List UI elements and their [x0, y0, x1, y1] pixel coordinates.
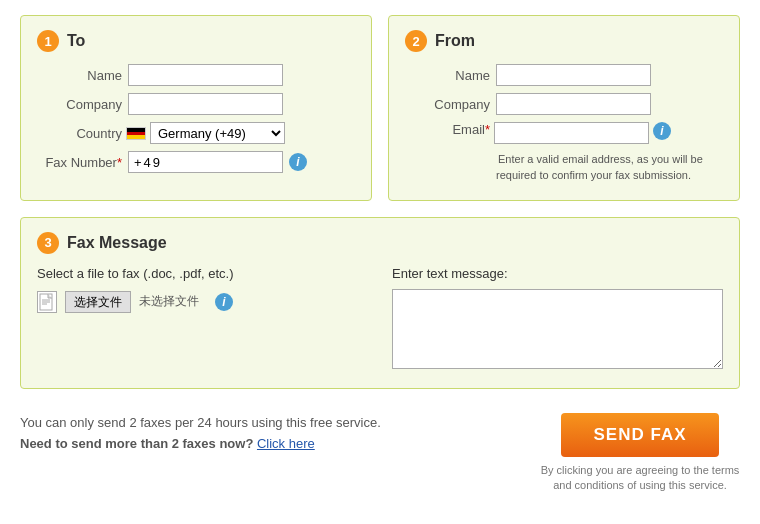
- from-section: 2 From Name Company Email i Enter a vali…: [388, 15, 740, 201]
- from-email-input[interactable]: [494, 122, 649, 144]
- to-section-title: To: [67, 32, 85, 50]
- to-company-row: Company: [37, 93, 355, 115]
- file-upload-row: 选择文件 未选择文件 i: [37, 291, 368, 313]
- from-section-number: 2: [405, 30, 427, 52]
- to-name-row: Name: [37, 64, 355, 86]
- from-name-input[interactable]: [496, 64, 651, 86]
- to-fax-label: Fax Number: [37, 155, 122, 170]
- to-company-input[interactable]: [128, 93, 283, 115]
- click-here-link[interactable]: Click here: [257, 436, 315, 451]
- from-company-label: Company: [405, 97, 490, 112]
- file-upload-label: Select a file to fax (.doc, .pdf, etc.): [37, 266, 368, 281]
- bottom-info: You can only send 2 faxes per 24 hours u…: [20, 413, 381, 455]
- email-info-text: Enter a valid email address, as you will…: [496, 151, 723, 184]
- from-company-input[interactable]: [496, 93, 651, 115]
- email-info-message: Enter a valid email address, as you will…: [496, 153, 703, 181]
- text-message-textarea[interactable]: [392, 289, 723, 369]
- no-file-text: 未选择文件: [139, 293, 199, 310]
- from-section-header: 2 From: [405, 30, 723, 52]
- fax-message-section: 3 Fax Message Select a file to fax (.doc…: [20, 217, 740, 389]
- to-fax-row: Fax Number i: [37, 151, 355, 173]
- to-company-label: Company: [37, 97, 122, 112]
- to-fax-input[interactable]: [128, 151, 283, 173]
- from-name-row: Name: [405, 64, 723, 86]
- text-message-label: Enter text message:: [392, 266, 723, 281]
- info-line-1: You can only send 2 faxes per 24 hours u…: [20, 413, 381, 434]
- from-section-title: From: [435, 32, 475, 50]
- terms-text: By clicking you are agreeing to the term…: [540, 463, 740, 494]
- fax-message-body: Select a file to fax (.doc, .pdf, etc.) …: [37, 266, 723, 372]
- send-fax-button[interactable]: SEND FAX: [561, 413, 718, 457]
- send-fax-area: SEND FAX By clicking you are agreeing to…: [540, 413, 740, 494]
- from-email-row: Email i: [405, 122, 723, 144]
- from-company-row: Company: [405, 93, 723, 115]
- fax-message-title: Fax Message: [67, 234, 167, 252]
- to-name-input[interactable]: [128, 64, 283, 86]
- to-section: 1 To Name Company Country Germany (+49) …: [20, 15, 372, 201]
- bottom-row: You can only send 2 faxes per 24 hours u…: [20, 405, 740, 502]
- from-email-label: Email: [405, 122, 490, 137]
- more-faxes-text: Need to send more than 2 faxes now?: [20, 436, 253, 451]
- to-section-number: 1: [37, 30, 59, 52]
- fax-message-header: 3 Fax Message: [37, 232, 723, 254]
- file-upload-area: Select a file to fax (.doc, .pdf, etc.) …: [37, 266, 368, 372]
- choose-file-button[interactable]: 选择文件: [65, 291, 131, 313]
- germany-flag-icon: [126, 127, 146, 140]
- to-country-row: Country Germany (+49): [37, 122, 355, 144]
- from-name-label: Name: [405, 68, 490, 83]
- file-info-icon[interactable]: i: [215, 293, 233, 311]
- fax-message-number: 3: [37, 232, 59, 254]
- to-name-label: Name: [37, 68, 122, 83]
- info-line-2: Need to send more than 2 faxes now? Clic…: [20, 434, 381, 455]
- text-message-area: Enter text message:: [392, 266, 723, 372]
- to-country-label: Country: [37, 126, 122, 141]
- to-country-select[interactable]: Germany (+49): [150, 122, 285, 144]
- fax-info-icon[interactable]: i: [289, 153, 307, 171]
- email-info-icon[interactable]: i: [653, 122, 671, 140]
- to-section-header: 1 To: [37, 30, 355, 52]
- file-doc-icon: [37, 291, 57, 313]
